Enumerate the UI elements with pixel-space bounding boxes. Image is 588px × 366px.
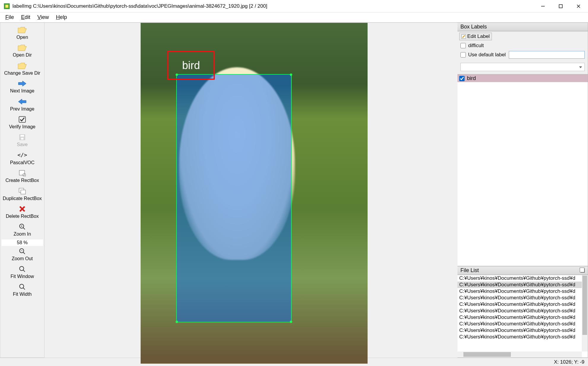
undock-icon[interactable] <box>581 268 585 273</box>
tool-label: Change Save Dir <box>4 71 40 76</box>
bounding-box[interactable] <box>176 74 292 322</box>
resize-handle-se[interactable] <box>290 321 292 323</box>
menu-view[interactable]: View <box>34 13 53 22</box>
code-icon: </> <box>18 151 27 159</box>
delete-icon <box>18 205 27 213</box>
tool-label: Save <box>17 142 28 147</box>
label-item-checkbox[interactable] <box>459 76 465 81</box>
tool-label: Create RectBox <box>6 178 39 183</box>
svg-rect-15 <box>19 170 25 175</box>
resize-handle-ne[interactable] <box>290 73 292 76</box>
box-labels-panel: Edit Label difficult Use default label <box>457 31 588 74</box>
svg-marker-10 <box>18 99 26 104</box>
delete-rectbox-button[interactable]: Delete RectBox <box>0 204 44 221</box>
save-icon <box>18 133 27 141</box>
scrollbar-thumb[interactable] <box>582 276 587 335</box>
file-list-item[interactable]: C:¥Users¥kinos¥Documents¥Github¥pytorch-… <box>457 275 588 282</box>
prev-image-button[interactable]: Prev Image <box>0 96 44 114</box>
file-list-item[interactable]: C:¥Users¥kinos¥Documents¥Github¥pytorch-… <box>457 301 588 308</box>
svg-marker-6 <box>18 27 26 33</box>
svg-marker-9 <box>18 81 26 86</box>
label-list[interactable]: bird <box>457 74 588 266</box>
tool-label: PascalVOC <box>10 160 35 165</box>
zoom-value-input[interactable]: 58 % <box>1 239 43 246</box>
tool-label: Prev Image <box>10 106 34 112</box>
svg-line-32 <box>23 288 25 290</box>
tool-label: Verify Image <box>9 124 36 130</box>
pencil-icon <box>461 34 466 39</box>
tool-label: Fit Window <box>10 274 34 279</box>
label-combo[interactable] <box>460 63 585 71</box>
difficult-checkbox[interactable]: difficult <box>460 43 585 49</box>
fit-width-icon <box>18 283 27 291</box>
file-list-item[interactable]: C:¥Users¥kinos¥Documents¥Github¥pytorch-… <box>457 314 588 321</box>
folder-open-icon <box>18 26 27 34</box>
file-list-item[interactable]: C:¥Users¥kinos¥Documents¥Github¥pytorch-… <box>457 282 588 288</box>
tool-label: Zoom Out <box>12 256 33 261</box>
file-list-item[interactable]: C:¥Users¥kinos¥Documents¥Github¥pytorch-… <box>457 327 588 334</box>
menubar: File Edit View Help <box>0 12 588 22</box>
titlebar: labelImg C:\Users\kinos\Documents\Github… <box>0 0 588 12</box>
scrollbar-vertical[interactable] <box>582 275 588 351</box>
checkbox-label: Use default label <box>468 52 506 58</box>
file-list-item[interactable]: C:¥Users¥kinos¥Documents¥Github¥pytorch-… <box>457 295 588 301</box>
verify-image-button[interactable]: Verify Image <box>0 114 44 132</box>
checkbox-label: difficult <box>468 43 484 49</box>
check-icon <box>18 115 27 124</box>
fit-width-button[interactable]: Fit Width <box>0 282 44 299</box>
tool-label: Duplicate RectBox <box>3 196 42 201</box>
file-list-item[interactable]: C:¥Users¥kinos¥Documents¥Github¥pytorch-… <box>457 288 588 295</box>
open-button[interactable]: Open <box>0 25 44 42</box>
menu-help[interactable]: Help <box>53 13 71 22</box>
tool-label: Fit Width <box>13 292 31 297</box>
file-list[interactable]: C:¥Users¥kinos¥Documents¥Github¥pytorch-… <box>457 275 588 358</box>
tool-label: Open <box>16 35 28 40</box>
fit-window-button[interactable]: Fit Window <box>0 264 44 282</box>
create-rectbox-button[interactable]: Create RectBox <box>0 168 44 186</box>
scrollbar-horizontal[interactable] <box>457 351 582 357</box>
box-labels-header: Box Labels <box>457 23 588 31</box>
svg-rect-3 <box>559 4 562 8</box>
maximize-button[interactable] <box>552 0 570 12</box>
open-dir-button[interactable]: Open Dir <box>0 42 44 60</box>
file-list-item[interactable]: C:¥Users¥kinos¥Documents¥Github¥pytorch-… <box>457 321 588 327</box>
svg-rect-11 <box>19 116 26 122</box>
svg-marker-8 <box>18 63 26 69</box>
panel-title-text: File List <box>460 267 479 274</box>
arrow-left-icon <box>18 98 27 106</box>
change-save-dir-button[interactable]: Change Save Dir <box>0 60 44 78</box>
arrow-right-icon <box>18 79 27 88</box>
format-toggle-button[interactable]: </> PascalVOC <box>0 150 44 168</box>
cursor-coordinates: X: 1026; Y: -9 <box>554 359 584 365</box>
next-image-button[interactable]: Next Image <box>0 78 44 96</box>
menu-file[interactable]: File <box>2 13 18 22</box>
duplicate-rectbox-button[interactable]: Duplicate RectBox <box>0 186 44 204</box>
label-list-item[interactable]: bird <box>457 75 588 82</box>
canvas[interactable]: bird <box>45 23 457 358</box>
create-rect-icon <box>18 169 27 177</box>
file-list-item[interactable]: C:¥Users¥kinos¥Documents¥Github¥pytorch-… <box>457 308 588 314</box>
button-label: Edit Label <box>467 33 490 39</box>
resize-handle-sw[interactable] <box>176 321 178 323</box>
use-default-label-checkbox[interactable]: Use default label <box>460 52 506 58</box>
difficult-checkbox-input[interactable] <box>460 43 466 48</box>
zoom-out-button[interactable]: Zoom Out <box>0 246 44 264</box>
edit-label-button[interactable]: Edit Label <box>459 33 492 40</box>
toolbar: Open Open Dir Change Save Dir Next Image… <box>0 23 45 358</box>
file-list-header: File List <box>457 266 588 275</box>
folder-icon <box>18 44 27 52</box>
scrollbar-thumb[interactable] <box>463 352 511 357</box>
svg-rect-14 <box>21 138 23 140</box>
zoom-out-icon <box>18 247 27 255</box>
use-default-label-input[interactable] <box>460 52 466 57</box>
tool-label: Open Dir <box>13 52 32 58</box>
image-view[interactable]: bird <box>141 23 368 364</box>
menu-edit[interactable]: Edit <box>18 13 34 22</box>
default-label-input[interactable] <box>509 51 585 59</box>
minimize-button[interactable] <box>534 0 552 12</box>
file-list-item[interactable]: C:¥Users¥kinos¥Documents¥Github¥pytorch-… <box>457 334 588 340</box>
label-item-text: bird <box>467 75 476 81</box>
zoom-in-button[interactable]: Zoom In <box>0 221 44 239</box>
close-button[interactable] <box>570 0 587 12</box>
annotation-label[interactable]: bird <box>167 51 215 80</box>
